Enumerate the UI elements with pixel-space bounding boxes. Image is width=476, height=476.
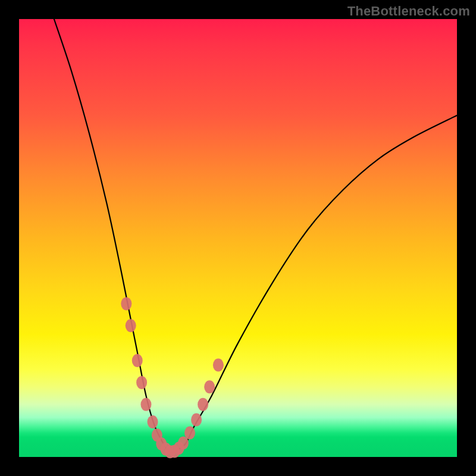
chart-frame: TheBottleneck.com: [0, 0, 476, 476]
marker-dot: [132, 354, 143, 367]
marker-dot: [191, 413, 202, 426]
marker-dots: [121, 297, 224, 458]
marker-dot: [213, 358, 224, 371]
marker-dot: [140, 398, 151, 411]
marker-dot: [184, 427, 195, 440]
marker-dot: [204, 380, 215, 393]
bottleneck-curve-path: [54, 19, 457, 453]
marker-dot: [198, 398, 208, 411]
bottleneck-curve: [54, 19, 457, 453]
plot-area: [19, 19, 457, 457]
marker-dot: [147, 415, 158, 428]
marker-dot: [136, 376, 147, 389]
curve-svg: [19, 19, 457, 457]
marker-dot: [121, 297, 131, 310]
marker-dot: [126, 319, 136, 332]
watermark-text: TheBottleneck.com: [347, 4, 470, 19]
